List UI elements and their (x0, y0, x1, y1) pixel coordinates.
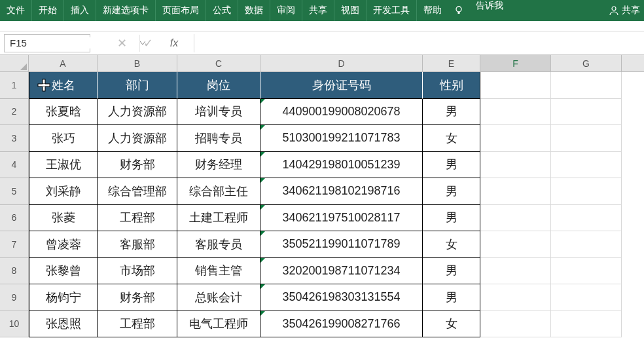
cell[interactable] (480, 311, 551, 338)
cell[interactable]: 人力资源部 (98, 99, 177, 126)
row-header[interactable]: 10 (0, 311, 29, 338)
cell[interactable] (551, 311, 622, 338)
cell[interactable] (551, 205, 622, 232)
fx-button[interactable]: fx (161, 34, 187, 52)
cell[interactable]: 320200198711071234 (260, 258, 423, 285)
col-header-E[interactable]: E (423, 55, 480, 71)
ribbon-tab-home[interactable]: 开始 (32, 0, 64, 21)
row-header[interactable]: 1 (0, 72, 29, 99)
share-button[interactable]: 共享 (605, 0, 644, 21)
cell[interactable]: 女 (423, 311, 480, 338)
ribbon-tab-file[interactable]: 文件 (0, 0, 32, 21)
cell[interactable]: 财务经理 (177, 152, 260, 179)
cell[interactable]: 张黎曾 (29, 258, 98, 285)
row-header[interactable]: 4 (0, 152, 29, 179)
cell[interactable]: 男 (423, 205, 480, 232)
cell[interactable]: 510300199211071783 (260, 125, 423, 152)
row-header[interactable]: 8 (0, 258, 29, 285)
cell[interactable]: 曾凌蓉 (29, 231, 98, 258)
cell[interactable]: 男 (423, 258, 480, 285)
cell[interactable] (551, 284, 622, 311)
cell[interactable]: 440900199008020678 (260, 99, 423, 126)
cell[interactable]: 王淑优 (29, 152, 98, 179)
cell[interactable] (480, 125, 551, 152)
formula-enter-button[interactable]: ✓ (135, 34, 161, 52)
row-header[interactable]: 6 (0, 205, 29, 232)
col-header-C[interactable]: C (177, 55, 260, 71)
cell[interactable] (551, 152, 622, 179)
ribbon-tab-review[interactable]: 审阅 (270, 0, 302, 21)
cell[interactable]: 总账会计 (177, 284, 260, 311)
header-cell-dept[interactable]: 部门 (98, 72, 177, 99)
cell[interactable]: 刘采静 (29, 178, 98, 205)
cell[interactable]: 男 (423, 178, 480, 205)
header-cell-gender[interactable]: 性别 (423, 72, 480, 99)
cell[interactable]: 350426199008271766 (260, 311, 423, 338)
cell[interactable] (480, 205, 551, 232)
formula-cancel-button[interactable]: ✕ (109, 34, 135, 52)
formula-input[interactable] (194, 34, 644, 52)
cell[interactable]: 电气工程师 (177, 311, 260, 338)
col-header-A[interactable]: A (29, 55, 98, 71)
row-header[interactable]: 2 (0, 99, 29, 126)
row-header[interactable]: 7 (0, 231, 29, 258)
cell[interactable]: 培训专员 (177, 99, 260, 126)
cell[interactable]: 土建工程师 (177, 205, 260, 232)
cell[interactable]: 财务部 (98, 284, 177, 311)
cell[interactable]: 客服部 (98, 231, 177, 258)
col-header-G[interactable]: G (551, 55, 622, 71)
cell[interactable] (551, 99, 622, 126)
cell[interactable]: 客服专员 (177, 231, 260, 258)
cell[interactable]: 销售主管 (177, 258, 260, 285)
cell[interactable] (551, 178, 622, 205)
cell[interactable]: 张巧 (29, 125, 98, 152)
col-header-B[interactable]: B (98, 55, 177, 71)
cell[interactable] (480, 152, 551, 179)
cell[interactable]: 女 (423, 231, 480, 258)
ribbon-tab-pagelayout[interactable]: 页面布局 (156, 0, 206, 21)
cell[interactable]: 财务部 (98, 152, 177, 179)
cell[interactable]: 340621198102198716 (260, 178, 423, 205)
cell[interactable]: 男 (423, 152, 480, 179)
cell[interactable] (551, 258, 622, 285)
ribbon-tab-data[interactable]: 数据 (238, 0, 270, 21)
cell[interactable] (551, 72, 622, 99)
ribbon-tab-share[interactable]: 共享 (302, 0, 334, 21)
ribbon-tab-view[interactable]: 视图 (334, 0, 367, 21)
ribbon-tab-insert[interactable]: 插入 (64, 0, 96, 21)
cell[interactable] (480, 178, 551, 205)
header-cell-id[interactable]: 身份证号码 (260, 72, 423, 99)
row-header[interactable]: 9 (0, 284, 29, 311)
cell[interactable] (480, 231, 551, 258)
cell[interactable]: 张夏晗 (29, 99, 98, 126)
cell[interactable]: 男 (423, 99, 480, 126)
name-box[interactable] (4, 34, 90, 52)
cell[interactable]: 340621197510028117 (260, 205, 423, 232)
cell[interactable] (551, 231, 622, 258)
cell[interactable] (551, 125, 622, 152)
cell[interactable]: 140429198010051239 (260, 152, 423, 179)
cell[interactable]: 张菱 (29, 205, 98, 232)
cell[interactable] (480, 258, 551, 285)
cell[interactable] (480, 72, 551, 99)
ribbon-tab-new[interactable]: 新建选项卡 (96, 0, 156, 21)
cell[interactable]: 招聘专员 (177, 125, 260, 152)
cell[interactable]: 350521199011071789 (260, 231, 423, 258)
ribbon-tab-help[interactable]: 帮助 (417, 0, 448, 21)
tell-me-input[interactable]: 告诉我 (472, 0, 507, 21)
cell[interactable]: 男 (423, 284, 480, 311)
cell[interactable]: 工程部 (98, 205, 177, 232)
cell[interactable]: 工程部 (98, 311, 177, 338)
cell[interactable] (480, 99, 551, 126)
cell[interactable]: 女 (423, 125, 480, 152)
col-header-F[interactable]: F (480, 55, 551, 71)
row-header[interactable]: 5 (0, 178, 29, 205)
cell[interactable]: 人力资源部 (98, 125, 177, 152)
select-all-corner[interactable] (0, 55, 29, 71)
header-cell-position[interactable]: 岗位 (177, 72, 260, 99)
cell[interactable] (480, 284, 551, 311)
col-header-D[interactable]: D (260, 55, 423, 71)
cell[interactable]: 杨钧宁 (29, 284, 98, 311)
ribbon-tab-formulas[interactable]: 公式 (206, 0, 238, 21)
cell[interactable]: 张恩照 (29, 311, 98, 338)
